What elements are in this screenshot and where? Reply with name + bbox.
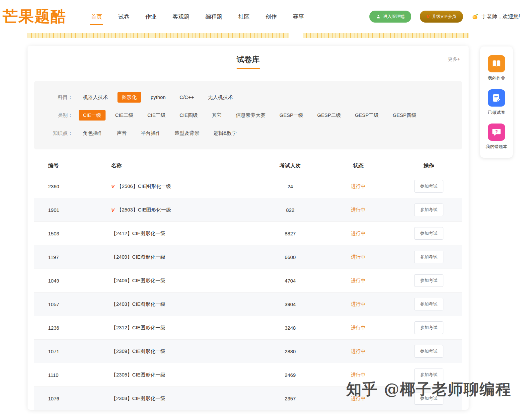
sidebar-item-mistake-book[interactable]: ? 我的错题本 — [480, 120, 513, 154]
brand-logo[interactable]: 芒果题酷 — [3, 6, 66, 27]
status-text: 进行中 — [321, 278, 396, 284]
join-exam-button[interactable]: 参加考试 — [414, 274, 443, 287]
filter-option[interactable]: 机器人技术 — [79, 92, 112, 103]
filter-option[interactable]: 无人机技术 — [203, 92, 237, 103]
sidebar-item-my-homework[interactable]: 我的作业 — [480, 52, 513, 86]
filter-option[interactable]: GESP二级 — [313, 110, 345, 121]
paper-name[interactable]: 【2406】CIE图形化一级 — [111, 278, 165, 284]
filter-option[interactable]: 图形化 — [117, 92, 141, 103]
join-exam-button[interactable]: 参加考试 — [414, 298, 443, 310]
user-welcome[interactable]: 于老师，欢迎您! — [472, 13, 520, 20]
page-title: 试卷库 — [28, 54, 469, 69]
filter-label-category: 类别： — [44, 110, 73, 121]
paper-name-cell: 【2309】CIE图形化一级 — [92, 348, 260, 355]
filter-option[interactable]: 逻辑&数学 — [209, 128, 241, 138]
exam-count: 4704 — [260, 278, 321, 284]
filter-options-subject: 机器人技术图形化pythonC/C++无人机技术 — [79, 92, 237, 103]
admin-button-label: 进入管理端 — [383, 14, 405, 20]
more-link[interactable]: 更多+ — [448, 56, 460, 62]
filter-option[interactable]: 信息素养大赛 — [231, 110, 270, 121]
status-text: 进行中 — [321, 372, 396, 378]
paper-name-cell: 【2409】CIE图形化一级 — [92, 254, 260, 260]
paper-name-cell: V【2506】CIE图形化一级 — [92, 183, 260, 190]
vip-icon: V — [111, 184, 114, 189]
filter-option[interactable]: CIE二级 — [111, 110, 138, 121]
filter-option[interactable]: GESP三级 — [350, 110, 383, 121]
paper-name[interactable]: 【2412】CIE图形化一级 — [111, 230, 165, 237]
paper-name-cell: 【2312】CIE图形化一级 — [92, 325, 260, 331]
action-cell: 参加考试 — [396, 392, 462, 405]
paper-name[interactable]: 【2503】CIE图形化一级 — [117, 207, 171, 213]
exam-table-body: 2360V【2506】CIE图形化一级24进行中参加考试1901V【2503】C… — [34, 175, 462, 410]
sidebar-item-done-papers[interactable]: 已做试卷 — [480, 86, 513, 120]
filter-option[interactable]: CIE一级 — [79, 110, 106, 121]
join-exam-button[interactable]: 参加考试 — [414, 345, 443, 358]
sidebar-item-label: 已做试卷 — [488, 110, 505, 116]
paper-name[interactable]: 【2312】CIE图形化一级 — [111, 325, 165, 331]
filter-option[interactable]: GESP一级 — [275, 110, 308, 121]
filter-option[interactable]: 造型及背景 — [170, 128, 204, 138]
nav-item-home[interactable]: 首页 — [90, 8, 103, 25]
filter-option[interactable]: GESP四级 — [388, 110, 421, 121]
table-row: 1503【2412】CIE图形化一级8827进行中参加考试 — [34, 222, 462, 245]
filter-option[interactable]: 角色操作 — [79, 128, 107, 138]
paper-name[interactable]: 【2409】CIE图形化一级 — [111, 254, 165, 260]
done-paper-pen-icon — [488, 89, 505, 107]
filter-option[interactable]: 其它 — [207, 110, 226, 121]
paper-name[interactable]: 【2403】CIE图形化一级 — [111, 301, 165, 307]
nav-item-contest[interactable]: 赛事 — [292, 8, 305, 25]
sidebar-item-label: 我的作业 — [488, 75, 505, 81]
filter-option[interactable]: C/C++ — [175, 92, 198, 103]
join-exam-button[interactable]: 参加考试 — [414, 251, 443, 263]
paper-name[interactable]: 【2303】CIE图形化一级 — [111, 395, 165, 402]
nav-item-objective[interactable]: 客观题 — [172, 8, 190, 25]
action-cell: 参加考试 — [396, 345, 462, 358]
filter-options-knowledge: 角色操作声音平台操作造型及背景逻辑&数学 — [79, 128, 241, 138]
exam-table: 编号名称考试人次状态操作 2360V【2506】CIE图形化一级24进行中参加考… — [34, 157, 462, 410]
table-row: 2360V【2506】CIE图形化一级24进行中参加考试 — [34, 175, 462, 198]
nav-item-papers[interactable]: 试卷 — [117, 8, 130, 25]
filter-option[interactable]: CIE三级 — [143, 110, 170, 121]
join-exam-button[interactable]: 参加考试 — [414, 180, 443, 193]
exam-count: 822 — [260, 207, 321, 213]
column-header: 编号 — [34, 162, 92, 169]
join-exam-button[interactable]: 参加考试 — [414, 321, 443, 334]
action-cell: 参加考试 — [396, 180, 462, 193]
join-exam-button[interactable]: 参加考试 — [414, 392, 443, 405]
filter-option[interactable]: CIE四级 — [175, 110, 202, 121]
status-text: 进行中 — [321, 301, 396, 307]
paper-name[interactable]: 【2309】CIE图形化一级 — [111, 348, 165, 355]
paper-id: 1057 — [34, 301, 92, 307]
filter-option[interactable]: 声音 — [113, 128, 131, 138]
filter-options-category: CIE一级CIE二级CIE三级CIE四级其它信息素养大赛GESP一级GESP二级… — [79, 110, 421, 121]
vip-button-label: 升级VIP会员 — [432, 14, 456, 20]
filter-option[interactable]: 平台操作 — [136, 128, 165, 138]
vip-icon: V — [426, 14, 429, 19]
vip-upgrade-button[interactable]: V 升级VIP会员 — [420, 11, 463, 23]
filter-option[interactable]: python — [146, 92, 170, 103]
filter-row-knowledge: 知识点：角色操作声音平台操作造型及背景逻辑&数学 — [44, 124, 452, 142]
nav-item-programming[interactable]: 编程题 — [205, 8, 223, 25]
action-cell: 参加考试 — [396, 227, 462, 240]
join-exam-button[interactable]: 参加考试 — [414, 227, 443, 240]
action-cell: 参加考试 — [396, 369, 462, 381]
join-exam-button[interactable]: 参加考试 — [414, 204, 443, 216]
admin-console-button[interactable]: 进入管理端 — [369, 11, 411, 23]
table-row: 1197【2409】CIE图形化一级6600进行中参加考试 — [34, 245, 462, 269]
exam-count: 3248 — [260, 325, 321, 331]
question-bubble-icon: ? — [488, 124, 505, 141]
exam-count: 2357 — [260, 396, 321, 401]
paper-name[interactable]: 【2506】CIE图形化一级 — [117, 183, 171, 190]
table-row: 1076【2303】CIE图形化一级2357进行中参加考试 — [34, 387, 462, 410]
action-cell: 参加考试 — [396, 204, 462, 216]
table-row: 1236【2312】CIE图形化一级3248进行中参加考试 — [34, 316, 462, 340]
paper-name[interactable]: 【2305】CIE图形化一级 — [111, 372, 165, 378]
svg-text:?: ? — [495, 129, 498, 134]
exam-count: 24 — [260, 184, 321, 189]
exam-count: 6600 — [260, 254, 321, 260]
nav-item-create[interactable]: 创作 — [265, 8, 277, 25]
paper-id: 1901 — [34, 207, 92, 213]
join-exam-button[interactable]: 参加考试 — [414, 369, 443, 381]
nav-item-community[interactable]: 社区 — [238, 8, 250, 25]
nav-item-homework[interactable]: 作业 — [145, 8, 157, 25]
